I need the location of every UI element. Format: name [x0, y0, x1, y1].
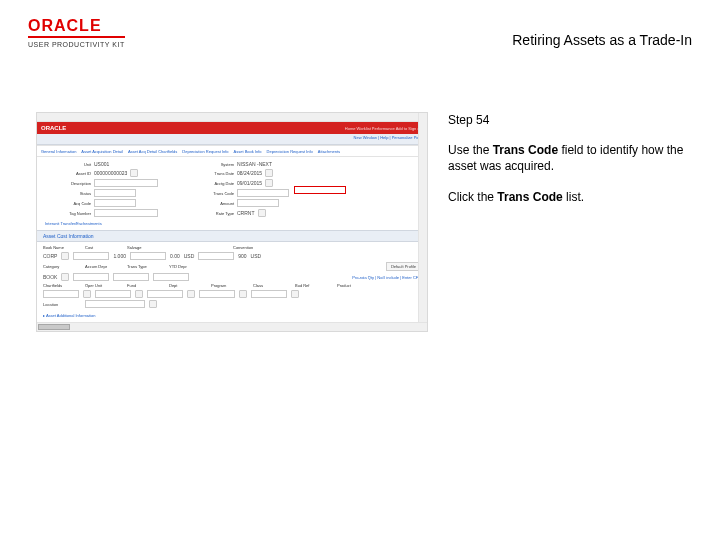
lookup-icon[interactable] — [149, 300, 157, 308]
unit-value: US001 — [94, 161, 109, 167]
lookup-icon[interactable] — [135, 290, 143, 298]
lookup-icon[interactable] — [61, 252, 69, 260]
salvage-value: 0.00 — [170, 253, 180, 259]
tab-book-info[interactable]: Asset Book Info — [234, 149, 262, 154]
conv-value: 900 — [238, 253, 246, 259]
system-value: NISSAN -NEXT — [237, 161, 272, 167]
vertical-scrollbar[interactable] — [418, 113, 427, 323]
tab-acq-chart[interactable]: Asset Acq Detail Chartfields — [128, 149, 177, 154]
transdate-value: 08/24/2015 — [237, 170, 262, 176]
cost-label: Cost — [85, 245, 123, 250]
ratetype-value: CRRNT — [237, 210, 255, 216]
lookup-icon[interactable] — [83, 290, 91, 298]
upk-subtitle: USER PRODUCTIVITY KIT — [28, 41, 125, 48]
prog-label: Program — [211, 283, 249, 288]
lookup-icon[interactable] — [61, 273, 69, 281]
step-label: Step 54 — [448, 112, 692, 128]
toolbar-links[interactable]: New Window | Help | Personalize Page — [354, 135, 423, 140]
assetid-value: 000000000023 — [94, 170, 127, 176]
chart-label: Chartfields — [43, 283, 81, 288]
acctgdate-label: Acctg Date — [188, 181, 234, 186]
fund-label: Fund — [127, 283, 165, 288]
instruction-panel: Step 54 Use the Trans Code field to iden… — [448, 112, 692, 332]
cost-field[interactable] — [73, 252, 109, 260]
conv-field[interactable] — [198, 252, 234, 260]
default-profile-button[interactable]: Default Profile — [386, 262, 421, 271]
acq-field[interactable] — [94, 199, 136, 207]
interunit-link[interactable]: Interunit Transfer/Escheatments — [45, 221, 102, 226]
amount-field[interactable] — [237, 199, 279, 207]
desc-field[interactable] — [94, 179, 158, 187]
tab-depr-req[interactable]: Depreciation Request Info — [182, 149, 228, 154]
tag-label: Tag Number — [45, 211, 91, 216]
acctgdate-value: 09/01/2015 — [237, 180, 262, 186]
fund-field[interactable] — [147, 290, 183, 298]
bookname-label: Book Name — [43, 245, 81, 250]
cost-value: 1.000 — [113, 253, 126, 259]
status-label: Status — [45, 191, 91, 196]
dept-label: Dept — [169, 283, 207, 288]
conv-label: Convention — [233, 245, 271, 250]
tab-attachments[interactable]: Attachments — [318, 149, 340, 154]
lookup-icon[interactable] — [187, 290, 195, 298]
unit-label: Unit — [45, 162, 91, 167]
toolbar-row: New Window | Help | Personalize Page — [37, 134, 427, 145]
asset-additional-link[interactable]: ▸ Asset Additional Information — [43, 313, 95, 318]
left-column: UnitUS001 Asset ID000000000023 Descripti… — [45, 161, 158, 226]
location-field[interactable] — [85, 300, 145, 308]
tab-strip[interactable]: General Information Asset Acquisition De… — [37, 145, 427, 157]
calendar-icon[interactable] — [265, 179, 273, 187]
instruction-2: Click the Trans Code list. — [448, 189, 692, 205]
lookup-icon[interactable] — [130, 169, 138, 177]
oracle-logo: ORACLE — [28, 18, 125, 38]
salvage-field[interactable] — [130, 252, 166, 260]
tag-field[interactable] — [94, 209, 158, 217]
app-menu[interactable]: Home Worklist Performance Add to Sign ou… — [345, 126, 423, 131]
acq-label: Acq Code — [45, 201, 91, 206]
transcode-field[interactable] — [237, 189, 289, 197]
oper-field[interactable] — [95, 290, 131, 298]
transdate-label: Trans Date — [188, 171, 234, 176]
assetid-label: Asset ID — [45, 171, 91, 176]
location-label: Location — [43, 302, 81, 307]
oper-label: Oper Unit — [85, 283, 123, 288]
class-label: Class — [253, 283, 291, 288]
category-label: Category — [43, 264, 81, 269]
instruction-1: Use the Trans Code field to identify how… — [448, 142, 692, 174]
lookup-icon[interactable] — [239, 290, 247, 298]
transcode-label: Trans Code — [188, 191, 234, 196]
chart-field[interactable] — [43, 290, 79, 298]
accum-field[interactable] — [73, 273, 109, 281]
product-label: Product — [337, 283, 375, 288]
calendar-icon[interactable] — [265, 169, 273, 177]
asset-cost-header: Asset Cost Information — [37, 230, 427, 242]
right-column: SystemNISSAN -NEXT Trans Date08/24/2015 … — [188, 161, 289, 226]
tab-general[interactable]: General Information — [41, 149, 76, 154]
currency1: USD — [184, 253, 195, 259]
ytd-field[interactable] — [153, 273, 189, 281]
prog-field[interactable] — [251, 290, 287, 298]
tab-depr-req-2[interactable]: Depreciation Request Info — [267, 149, 313, 154]
lookup-icon[interactable] — [291, 290, 299, 298]
page-title: Retiring Assets as a Trade-In — [512, 32, 692, 48]
accum-label: Accum Depr — [85, 264, 123, 269]
screenshot-panel: ORACLE Home Worklist Performance Add to … — [36, 112, 428, 332]
dept-field[interactable] — [199, 290, 235, 298]
currency2: USD — [251, 253, 262, 259]
tab-acq-detail[interactable]: Asset Acquisition Detail — [81, 149, 123, 154]
horizontal-scrollbar[interactable] — [37, 323, 419, 331]
salvage-label: Salvage — [127, 245, 165, 250]
lookup-icon[interactable] — [258, 209, 266, 217]
app-brand: ORACLE — [41, 125, 66, 131]
asset-cost-grid: Book Name Cost Salvage Convention CORP 1… — [37, 242, 427, 311]
ratetype-label: Rate Type — [188, 211, 234, 216]
desc-label: Description — [45, 181, 91, 186]
amount-label: Amount — [188, 201, 234, 206]
status-field[interactable] — [94, 189, 136, 197]
book-value: BOOK — [43, 274, 57, 280]
trtype-field[interactable] — [113, 273, 149, 281]
trtype-label: Trans Type — [127, 264, 165, 269]
ytd-label: YTD Depr — [169, 264, 207, 269]
physical-link[interactable]: Pro-rata Qty | Nat'l include | Enter CF'… — [352, 275, 421, 280]
app-header: ORACLE Home Worklist Performance Add to … — [37, 122, 427, 134]
